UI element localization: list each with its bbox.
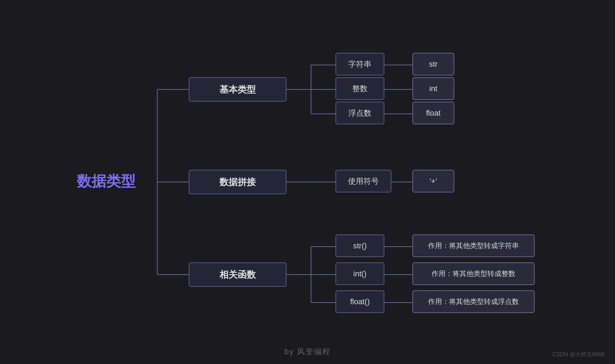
value-int: int [412,77,454,100]
leaf-str-func: str() [335,234,384,257]
branch-func: 相关函数 [189,262,287,287]
branch-concat: 数据拼接 [189,170,287,194]
leaf-str: 字符串 [335,53,384,75]
leaf-int: 整数 [335,77,384,100]
value-str: str [412,53,454,75]
branch-basic: 基本类型 [189,77,287,102]
leaf-int-func: int() [335,262,384,285]
footer-text: by 风变编程 [284,347,330,357]
diagram-container: 数据类型 基本类型 数据拼接 相关函数 字符串 整数 浮点数 str int f… [63,25,552,339]
value-float: float [412,102,454,124]
watermark: CSDN @大师兄6668 [552,351,605,358]
leaf-plus: 使用符号 [335,170,391,192]
value-plus: '+' [412,170,454,192]
value-str-func: 作用：将其他类型转成字符串 [412,234,535,257]
leaf-float: 浮点数 [335,102,384,124]
value-float-func: 作用：将其他类型转成浮点数 [412,290,535,313]
leaf-float-func: float() [335,290,384,313]
root-node: 数据类型 [77,172,136,191]
value-int-func: 作用：将其他类型转成整数 [412,262,535,285]
